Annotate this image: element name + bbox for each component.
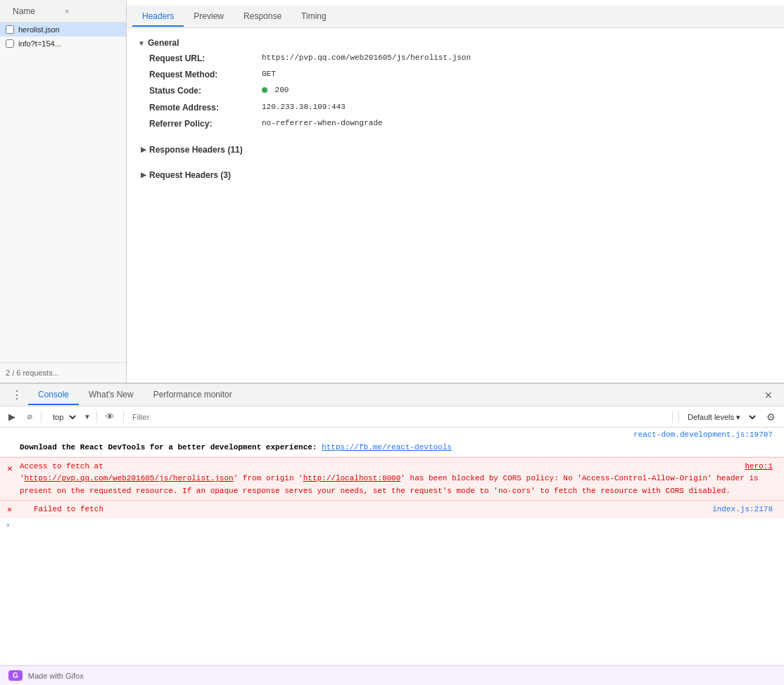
context-arrow-icon: ▼ — [84, 413, 91, 421]
console-tabs-row: ⋮ Console What's New Performance monitor… — [0, 384, 784, 406]
request-url-value: https://pvp.qq.com/web201605/js/herolist… — [262, 52, 471, 65]
react-devtools-text: Download the React DevTools for a better… — [20, 443, 322, 452]
general-section-title[interactable]: ▼ General — [138, 34, 773, 51]
network-tabs: Name × — [0, 0, 126, 23]
react-devtools-link[interactable]: https://fb.me/react-devtools — [322, 443, 452, 452]
failed-fetch-icon: ✕ — [7, 504, 12, 516]
status-dot-icon — [262, 87, 267, 93]
tab-preview[interactable]: Preview — [184, 7, 234, 27]
log-levels-selector[interactable]: Default levels ▾ — [678, 411, 758, 423]
cors-error-source[interactable]: hero:1 — [745, 461, 773, 473]
localhost-link[interactable]: http://localhost:8000 — [303, 474, 401, 482]
file-list-item-herolist[interactable]: herolist.json — [0, 23, 126, 37]
network-panel: Name × herolist.json info?t=154... 2 / 6… — [0, 0, 784, 383]
toolbar-divider-1 — [41, 411, 42, 423]
headers-tabs-row: Headers Preview Response Timing — [127, 6, 784, 28]
general-remote-address: Remote Address: 120.233.38.109:443 — [138, 100, 773, 116]
request-method-value: GET — [262, 68, 276, 82]
remote-address-value: 120.233.38.109:443 — [262, 101, 346, 115]
filter-input[interactable] — [129, 411, 666, 423]
requests-count: 2 / 6 requests... — [0, 362, 126, 383]
general-triangle-icon: ▼ — [138, 39, 145, 47]
remote-address-label: Remote Address: — [149, 101, 262, 115]
request-method-label: Request Method: — [149, 68, 262, 82]
general-label: General — [148, 38, 179, 48]
tab-timing[interactable]: Timing — [291, 7, 336, 27]
request-headers-triangle-icon: ▶ — [141, 171, 146, 179]
response-headers-label: Response Headers (11) — [149, 145, 243, 155]
status-code-value: 200 — [262, 84, 289, 98]
file-name-info: info?t=154... — [18, 39, 61, 48]
headers-content: ▼ General Request URL: https://pvp.qq.co… — [127, 28, 784, 188]
gifox-icon: G — [8, 670, 23, 681]
prompt-arrow-icon: › — [6, 521, 11, 530]
tab-console[interactable]: Console — [28, 385, 79, 405]
react-dom-source-ref: react-dom.development.js:19707 — [0, 428, 784, 439]
status-code-number: 200 — [275, 86, 289, 94]
toolbar-divider-2 — [96, 411, 97, 423]
response-headers-section[interactable]: ▶ Response Headers (11) — [138, 142, 773, 158]
clear-console-button[interactable]: ⊘ — [24, 411, 35, 423]
settings-gear-icon[interactable]: ⚙ — [764, 411, 778, 423]
file-checkbox-info[interactable] — [6, 39, 14, 48]
referrer-policy-label: Referrer Policy: — [149, 117, 262, 131]
cors-error-row: ✕ hero:1 Access to fetch at 'https://pvp… — [0, 457, 784, 501]
herolist-url-link[interactable]: https://pvp.qq.com/web201605/js/herolist… — [25, 474, 234, 482]
console-close-icon[interactable]: ✕ — [759, 390, 778, 401]
console-prompt: › — [0, 518, 784, 532]
tab-close-icon[interactable]: × — [62, 7, 72, 15]
file-checkbox-herolist[interactable] — [6, 25, 14, 34]
react-devtools-info: Download the React DevTools for a better… — [0, 439, 784, 457]
console-toolbar: ▶ ⊘ top ▼ 👁 Default levels ▾ ⚙ — [0, 406, 784, 428]
general-request-url: Request URL: https://pvp.qq.com/web20160… — [138, 51, 773, 67]
console-content: react-dom.development.js:19707 Download … — [0, 428, 784, 665]
gifox-text: Made with Gifox — [28, 672, 84, 680]
execute-button[interactable]: ▶ — [6, 410, 18, 423]
tab-headers[interactable]: Headers — [132, 7, 184, 27]
request-headers-label: Request Headers (3) — [149, 170, 231, 180]
toolbar-divider-3 — [123, 411, 124, 423]
referrer-policy-value: no-referrer-when-downgrade — [262, 117, 383, 131]
response-headers-triangle-icon: ▶ — [141, 146, 146, 153]
file-name-herolist: herolist.json — [18, 25, 60, 34]
general-request-method: Request Method: GET — [138, 67, 773, 83]
headers-panel: Headers Preview Response Timing ▼ Genera… — [127, 0, 784, 383]
tab-response[interactable]: Response — [234, 7, 291, 27]
console-menu-icon[interactable]: ⋮ — [6, 388, 28, 402]
failed-to-fetch-row: ✕ Failed to fetch index.js:2178 — [0, 501, 784, 518]
file-list-sidebar: Name × herolist.json info?t=154... 2 / 6… — [0, 0, 127, 383]
file-list-item-info[interactable]: info?t=154... — [0, 37, 126, 51]
request-headers-section[interactable]: ▶ Request Headers (3) — [138, 167, 773, 183]
status-code-label: Status Code: — [149, 84, 262, 98]
toolbar-divider-4 — [672, 411, 673, 423]
context-selector[interactable]: top — [47, 411, 78, 423]
eye-icon[interactable]: 👁 — [103, 410, 118, 423]
failed-fetch-source[interactable]: index.js:2178 — [712, 504, 773, 516]
console-panel: ⋮ Console What's New Performance monitor… — [0, 383, 784, 685]
error-icon-1: ✕ — [7, 462, 13, 477]
tab-name[interactable]: Name — [6, 2, 62, 20]
tab-performance-monitor[interactable]: Performance monitor — [144, 385, 242, 405]
tab-whats-new[interactable]: What's New — [79, 385, 144, 405]
general-referrer-policy: Referrer Policy: no-referrer-when-downgr… — [138, 116, 773, 132]
gifox-bar: G Made with Gifox — [0, 665, 784, 685]
request-url-label: Request URL: — [149, 52, 262, 65]
failed-to-fetch-text: Failed to fetch — [20, 504, 103, 516]
general-status-code: Status Code: 200 — [138, 83, 773, 99]
